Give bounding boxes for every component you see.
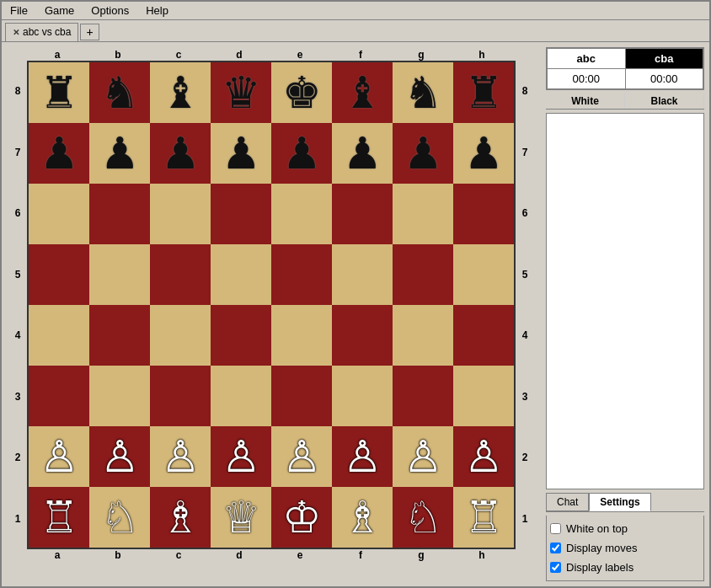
cell-b8[interactable]: ♞ [89, 62, 150, 123]
tab-close-icon[interactable]: ✕ [13, 28, 19, 37]
row-label-right-5: 5 [522, 244, 528, 305]
col-label-a: a [27, 49, 88, 61]
cell-d6[interactable] [211, 184, 271, 244]
col-labels-top: a b c d e f g h [8, 49, 527, 61]
cell-d1[interactable]: ♕ [211, 487, 271, 548]
cell-g7[interactable]: ♟ [393, 123, 453, 184]
cell-g3[interactable] [393, 366, 453, 426]
black-p-piece: ♟ [343, 131, 382, 175]
cell-c2[interactable]: ♙ [150, 426, 211, 487]
cell-h1[interactable]: ♖ [453, 487, 514, 548]
cell-a6[interactable] [29, 184, 89, 244]
cell-e7[interactable]: ♟ [271, 123, 332, 184]
cell-c4[interactable] [150, 305, 211, 366]
cell-e5[interactable] [271, 244, 332, 305]
cell-a8[interactable]: ♜ [29, 62, 89, 123]
cell-h4[interactable] [453, 305, 514, 366]
cell-d5[interactable] [211, 244, 271, 305]
cell-b5[interactable] [89, 244, 150, 305]
cell-a2[interactable]: ♙ [29, 426, 89, 487]
menu-options[interactable]: Options [86, 3, 134, 19]
cell-f2[interactable]: ♙ [332, 426, 393, 487]
cell-d2[interactable]: ♙ [211, 426, 271, 487]
moves-header: White Black [546, 94, 704, 110]
player-times-row: 00:00 00:00 [548, 69, 703, 89]
cell-g5[interactable] [393, 244, 453, 305]
cell-b7[interactable]: ♟ [89, 123, 150, 184]
cell-e4[interactable] [271, 305, 332, 366]
col-label-bot-c: c [148, 549, 209, 561]
cell-f5[interactable] [332, 244, 393, 305]
cell-h7[interactable]: ♟ [453, 123, 514, 184]
white-player-name: abc [548, 49, 626, 69]
cell-f3[interactable] [332, 366, 393, 426]
cell-a3[interactable] [29, 366, 89, 426]
menu-help[interactable]: Help [141, 3, 174, 19]
display-moves-checkbox[interactable] [550, 543, 561, 553]
row-label-right-3: 3 [522, 366, 528, 427]
cell-c3[interactable] [150, 366, 211, 426]
cell-c7[interactable]: ♟ [150, 123, 211, 184]
add-tab-button[interactable]: + [80, 24, 99, 40]
cell-e3[interactable] [271, 366, 332, 426]
cell-f6[interactable] [332, 184, 393, 244]
cell-a1[interactable]: ♖ [29, 487, 89, 548]
cell-h8[interactable]: ♜ [453, 62, 514, 123]
tab-abc-cba[interactable]: ✕ abc vs cba [5, 23, 78, 41]
row-label-right-4: 4 [522, 305, 528, 366]
cell-e1[interactable]: ♔ [271, 487, 332, 548]
cell-f7[interactable]: ♟ [332, 123, 393, 184]
tab-settings-button[interactable]: Settings [589, 493, 650, 511]
cell-e6[interactable] [271, 184, 332, 244]
display-moves-label: Display moves [566, 542, 638, 554]
cell-h3[interactable] [453, 366, 514, 426]
cell-g4[interactable] [393, 305, 453, 366]
display-moves-item: Display moves [550, 542, 700, 554]
cell-c1[interactable]: ♗ [150, 487, 211, 548]
cell-f8[interactable]: ♝ [332, 62, 393, 123]
cell-f1[interactable]: ♗ [332, 487, 393, 548]
cell-g8[interactable]: ♞ [393, 62, 453, 123]
cell-c8[interactable]: ♝ [150, 62, 211, 123]
cell-c5[interactable] [150, 244, 211, 305]
cell-g1[interactable]: ♘ [393, 487, 453, 548]
black-r-piece: ♜ [40, 71, 79, 115]
cell-g6[interactable] [393, 184, 453, 244]
cell-e2[interactable]: ♙ [271, 426, 332, 487]
display-labels-checkbox[interactable] [550, 562, 561, 573]
cell-f4[interactable] [332, 305, 393, 366]
menu-game[interactable]: Game [40, 3, 79, 19]
row-labels-right: 8 7 6 5 4 3 2 1 [516, 61, 534, 549]
player-names-row: abc cba [548, 49, 703, 69]
white-p-piece: ♙ [404, 435, 443, 478]
cell-h5[interactable] [453, 244, 514, 305]
cell-c6[interactable] [150, 184, 211, 244]
tab-chat-button[interactable]: Chat [546, 493, 589, 511]
row-labels-left: 8 7 6 5 4 3 2 1 [8, 61, 27, 549]
cell-a5[interactable] [29, 244, 89, 305]
cell-b2[interactable]: ♙ [89, 426, 150, 487]
col-label-b: b [88, 49, 148, 61]
cell-d3[interactable] [211, 366, 271, 426]
cell-d8[interactable]: ♛ [211, 62, 271, 123]
cell-b1[interactable]: ♘ [89, 487, 150, 548]
chess-board: ♜♞♝♛♚♝♞♜♟♟♟♟♟♟♟♟♙♙♙♙♙♙♙♙♖♘♗♕♔♗♘♖ [27, 61, 516, 549]
cell-g2[interactable]: ♙ [393, 426, 453, 487]
cell-d7[interactable]: ♟ [211, 123, 271, 184]
display-labels-label: Display labels [566, 561, 633, 574]
cell-a4[interactable] [29, 305, 89, 366]
cell-b3[interactable] [89, 366, 150, 426]
col-label-h: h [452, 49, 512, 61]
cell-e8[interactable]: ♚ [271, 62, 332, 123]
cell-d4[interactable] [211, 305, 271, 366]
white-on-top-checkbox[interactable] [550, 523, 561, 534]
cell-b6[interactable] [89, 184, 150, 244]
white-r-piece: ♖ [40, 495, 79, 539]
cell-a7[interactable]: ♟ [29, 123, 89, 184]
col-label-bot-b: b [88, 549, 148, 561]
cell-b4[interactable] [89, 305, 150, 366]
cell-h2[interactable]: ♙ [453, 426, 514, 487]
cell-h6[interactable] [453, 184, 514, 244]
menu-file[interactable]: File [5, 3, 33, 19]
menubar: File Game Options Help [2, 2, 709, 20]
